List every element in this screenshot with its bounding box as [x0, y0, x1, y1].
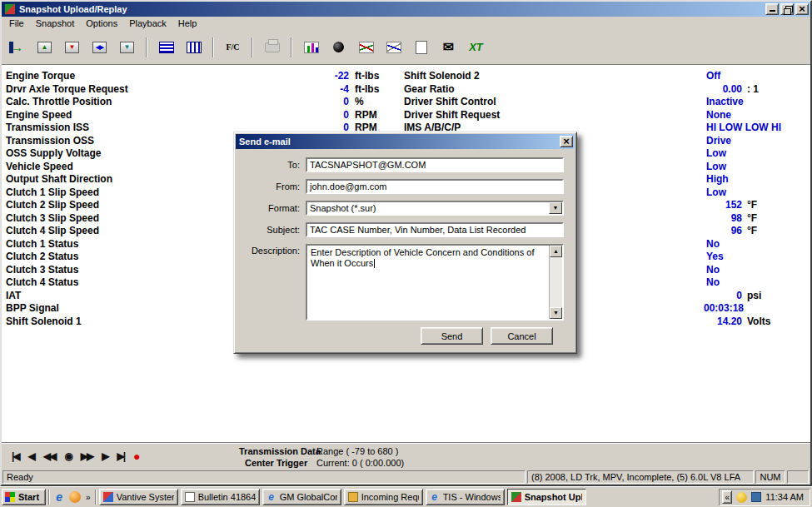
- param-value: -4: [272, 83, 349, 96]
- dialog-close-button[interactable]: [560, 136, 573, 147]
- chevron-down-icon[interactable]: ▼: [549, 202, 562, 214]
- step-forward-button[interactable]: ▶: [102, 450, 107, 462]
- param-label-2: Gear Ratio: [404, 83, 455, 96]
- column-view-button[interactable]: [182, 36, 205, 59]
- bar-chart-button[interactable]: [300, 36, 322, 59]
- param-value-2-wrap: No: [704, 264, 720, 276]
- format-dropdown[interactable]: Snapshot (*.sur) ▼: [306, 201, 564, 216]
- center-trigger-button[interactable]: ◉: [64, 450, 71, 462]
- tray-collapse-chevron[interactable]: «: [722, 490, 732, 504]
- quicklaunch-overflow-chevron[interactable]: »: [84, 493, 92, 502]
- param-label: Clutch 3 Slip Speed: [6, 212, 99, 225]
- toolbar: F/CXT: [2, 30, 810, 65]
- menu-options[interactable]: Options: [80, 17, 123, 29]
- window-titlebar[interactable]: Snapshot Upload/Replay: [2, 2, 810, 17]
- close-button[interactable]: [795, 3, 809, 15]
- menu-help[interactable]: Help: [172, 17, 203, 29]
- task-button[interactable]: TIS - Windows In...: [426, 489, 505, 505]
- param-value-2-wrap: 96°F: [704, 225, 757, 237]
- menu-playback[interactable]: Playback: [123, 17, 172, 29]
- exit-button[interactable]: [6, 36, 28, 59]
- device-transfer-button[interactable]: [88, 36, 111, 59]
- task-button[interactable]: GM GlobalConnec...: [262, 489, 341, 505]
- skip-end-button[interactable]: ▶|: [117, 450, 124, 462]
- step-back-button[interactable]: ◀: [28, 450, 34, 462]
- param-unit-2: °F: [747, 199, 757, 211]
- temp-units-button[interactable]: F/C: [222, 36, 244, 59]
- graph-view-icon: [386, 42, 401, 53]
- tray-icon-2[interactable]: [751, 492, 761, 502]
- ie-quicklaunch-icon[interactable]: [52, 490, 66, 504]
- window-title: Snapshot Upload/Replay: [19, 4, 764, 14]
- task-button[interactable]: Bulletin 41864 in ...: [181, 489, 260, 505]
- param-value: -22: [272, 70, 349, 82]
- data-list-icon: [159, 42, 174, 53]
- record-button[interactable]: ●: [133, 450, 140, 463]
- param-value-2-wrap: Yes: [704, 251, 724, 263]
- param-label: Clutch 3 Status: [6, 264, 78, 276]
- xt-button[interactable]: XT: [465, 36, 487, 59]
- param-value-2: 14.20: [704, 316, 742, 328]
- description-field[interactable]: Enter Description of Vehicle Concern and…: [306, 244, 564, 321]
- device-upload-button[interactable]: [33, 36, 56, 59]
- task-button[interactable]: Vantive System -...: [99, 489, 178, 505]
- print-button: [261, 36, 283, 59]
- toolbar-separator: [212, 37, 214, 57]
- restore-button[interactable]: [780, 3, 794, 15]
- parameter-row: Drvr Axle Torque Request-4ft-lbsGear Rat…: [2, 83, 810, 97]
- menu-file[interactable]: File: [3, 17, 30, 29]
- playback-trigger-label: Center Trigger: [245, 458, 307, 468]
- scroll-down-icon[interactable]: ▼: [550, 307, 562, 319]
- start-button[interactable]: Start: [2, 489, 46, 505]
- taskbar-divider-2: [95, 490, 97, 505]
- status-vehicle-info: (8) 2008, LD Trk, MPV, Incomplete, (5) 6…: [527, 470, 754, 484]
- to-field[interactable]: [306, 157, 564, 172]
- description-label: Description:: [247, 246, 300, 256]
- document-task-icon: [185, 492, 195, 502]
- subject-field[interactable]: [306, 222, 564, 237]
- param-label-2: Driver Shift Control: [404, 96, 496, 108]
- cancel-button[interactable]: Cancel: [491, 327, 553, 345]
- description-text: Enter Description of Vehicle Concern and…: [307, 246, 549, 319]
- minimize-button[interactable]: [765, 3, 779, 15]
- param-value-2-wrap: 152°F: [704, 199, 757, 211]
- device-sync-button[interactable]: [116, 36, 138, 59]
- dialog-title: Send e-mail: [239, 137, 558, 147]
- system-tray: « 11:34 AM: [719, 489, 810, 506]
- send-button[interactable]: Send: [421, 327, 483, 345]
- app-icon: [4, 3, 16, 15]
- skip-start-button[interactable]: |◀: [12, 450, 19, 462]
- menu-snapshot[interactable]: Snapshot: [30, 17, 80, 29]
- device-transfer-icon: [92, 42, 107, 53]
- param-value-2: Yes: [706, 251, 724, 263]
- param-value-2-wrap: Low: [704, 147, 726, 160]
- rewind-button[interactable]: ◀◀: [43, 450, 55, 462]
- bomb-button[interactable]: [327, 36, 350, 59]
- scroll-up-icon[interactable]: ▲: [550, 246, 562, 257]
- from-field[interactable]: [306, 179, 564, 194]
- param-value-2: High: [706, 173, 729, 186]
- graph-view-button[interactable]: [382, 36, 405, 59]
- tray-icon-1[interactable]: [736, 492, 747, 503]
- data-list-button[interactable]: [155, 36, 177, 59]
- dialog-titlebar[interactable]: Send e-mail: [236, 134, 575, 149]
- fast-forward-button[interactable]: ▶▶: [81, 450, 92, 462]
- status-ready: Ready: [2, 470, 526, 484]
- device-download-button[interactable]: [61, 36, 83, 59]
- param-value-2-wrap: No: [704, 276, 720, 289]
- task-button[interactable]: Incoming Reques...: [344, 489, 423, 505]
- ie-task-icon: [267, 492, 276, 502]
- exit-icon: [9, 41, 26, 54]
- inbox-task-icon: [348, 492, 358, 502]
- snapshot-task-icon: [511, 492, 521, 502]
- param-value-2-wrap: Low: [704, 161, 726, 173]
- description-scrollbar[interactable]: ▲ ▼: [549, 246, 562, 319]
- email-button[interactable]: [437, 36, 460, 59]
- param-value-2: 00:03:18: [704, 302, 742, 315]
- new-page-button[interactable]: [410, 36, 432, 59]
- strip-chart-button[interactable]: [355, 36, 377, 59]
- launch-app-icon[interactable]: [68, 490, 82, 504]
- task-button[interactable]: Snapshot Uplo...: [507, 489, 586, 505]
- param-value-2: 0.00: [704, 83, 742, 96]
- param-label: Engine Speed: [6, 109, 72, 122]
